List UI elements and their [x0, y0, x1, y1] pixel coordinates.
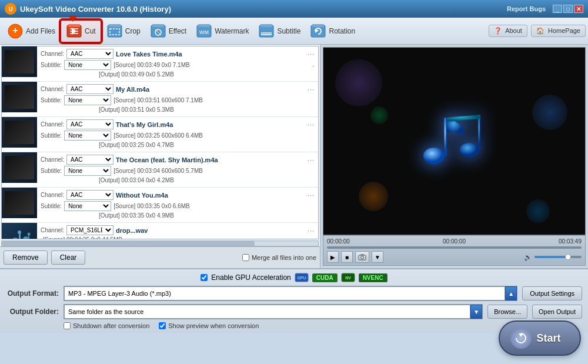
folder-value[interactable]: Same folder as the source: [64, 305, 470, 319]
gpu-checkbox[interactable]: [201, 274, 208, 281]
snapshot-button[interactable]: [355, 251, 369, 263]
subtitle-select[interactable]: None: [64, 166, 111, 176]
channel-select[interactable]: AAC: [66, 119, 113, 129]
folder-selector[interactable]: Same folder as the source ▼: [64, 304, 483, 319]
output-format-row: Output Format: MP3 - MPEG Layer-3 Audio …: [6, 286, 582, 301]
format-value[interactable]: MP3 - MPEG Layer-3 Audio (*.mp3): [64, 286, 505, 300]
add-files-button[interactable]: + Add Files: [2, 21, 60, 42]
list-item[interactable]: Channel: AAC That's My Girl.m4a ··· Subt…: [2, 117, 318, 152]
svg-rect-16: [198, 24, 210, 27]
music-visual: [407, 100, 502, 182]
about-button[interactable]: ❓ About: [489, 25, 527, 37]
gpu-icon: GPU: [295, 273, 309, 282]
minimize-button[interactable]: _: [553, 5, 562, 13]
file-name: The Ocean (feat. Shy Martin).m4a: [116, 156, 218, 163]
more-options-button[interactable]: ···: [308, 192, 315, 199]
file-list[interactable]: Channel: AAC Love Takes Time.m4a ··· Sub…: [1, 46, 319, 239]
svg-point-36: [361, 256, 364, 259]
output-settings-button[interactable]: Output Settings: [522, 286, 582, 300]
source-info: [Source] 00:04:25 0x0 44.5MB: [41, 236, 122, 239]
volume-knob[interactable]: [565, 254, 571, 260]
more-options-button[interactable]: ···: [308, 86, 315, 93]
volume-slider[interactable]: [534, 256, 582, 258]
watermark-icon: WM: [196, 23, 212, 39]
volume-fill: [534, 256, 567, 258]
watermark-label: Watermark: [215, 27, 249, 35]
subtitle-label: Subtitle: [277, 27, 300, 35]
app-title: UkeySoft Video Converter 10.6.0 (History…: [20, 5, 507, 14]
file-details: Channel: AAC That's My Girl.m4a ··· Subt…: [37, 117, 318, 152]
source-info: [Source] 00:03:51 600x600 7.1MB: [113, 97, 203, 103]
maximize-button[interactable]: □: [563, 5, 573, 13]
cut-button[interactable]: Cut: [60, 19, 102, 43]
more-options-button[interactable]: ···: [308, 156, 315, 163]
svg-rect-37: [360, 254, 364, 256]
svg-point-29: [18, 231, 21, 234]
play-button[interactable]: ▶: [327, 251, 339, 263]
crop-button[interactable]: Crop: [102, 21, 145, 42]
playback-controls: ▶ ■ ▼ 🔊: [327, 251, 582, 263]
more-options-button[interactable]: ···: [308, 51, 315, 58]
svg-text:NV: NV: [345, 276, 351, 280]
shutdown-checkbox[interactable]: [64, 322, 71, 329]
channel-select[interactable]: AAC: [66, 155, 113, 165]
clear-button[interactable]: Clear: [51, 251, 86, 265]
open-output-button[interactable]: Open Output: [532, 305, 582, 319]
channel-select[interactable]: AAC: [66, 190, 113, 200]
file-name: That's My Girl.m4a: [116, 121, 173, 128]
start-icon: [510, 328, 532, 349]
folder-dropdown-arrow[interactable]: ▼: [470, 305, 482, 319]
file-name: Love Takes Time.m4a: [116, 51, 182, 58]
crop-icon: [106, 23, 123, 39]
about-icon: ❓: [494, 27, 502, 34]
subtitle-icon: [258, 23, 275, 39]
subtitle-select[interactable]: None: [64, 60, 111, 70]
crop-label: Crop: [125, 27, 141, 35]
file-controls: Remove Clear Merge all files into one: [0, 246, 320, 268]
folder-label: Output Folder:: [6, 308, 59, 316]
svg-rect-34: [478, 115, 480, 150]
add-files-label: Add Files: [26, 27, 55, 35]
subtitle-select[interactable]: None: [64, 95, 111, 105]
subtitle-select[interactable]: None: [64, 131, 111, 141]
subtitle-select[interactable]: None: [64, 201, 111, 211]
svg-text:GPU: GPU: [297, 276, 306, 280]
rotation-button[interactable]: Rotation: [305, 21, 360, 42]
remove-button[interactable]: Remove: [4, 251, 48, 265]
svg-rect-19: [260, 24, 272, 27]
list-item[interactable]: Channel: PCM_S16LE drop...wav ··· [Sourc…: [2, 223, 318, 239]
start-button[interactable]: Start: [499, 320, 581, 356]
watermark-button[interactable]: WM Watermark: [191, 21, 253, 42]
svg-point-30: [28, 233, 31, 236]
homepage-button[interactable]: 🏠 HomePage: [531, 25, 586, 37]
list-item[interactable]: Channel: AAC Without You.m4a ··· Subtitl…: [2, 188, 318, 223]
close-button[interactable]: ✕: [574, 5, 583, 13]
effect-button[interactable]: Effect: [145, 21, 191, 42]
progress-bar[interactable]: [327, 246, 582, 249]
browse-button[interactable]: Browse...: [487, 305, 527, 319]
svg-text:WM: WM: [199, 29, 209, 35]
merge-checkbox[interactable]: [242, 254, 249, 261]
list-item[interactable]: Channel: AAC Love Takes Time.m4a ··· Sub…: [2, 46, 318, 82]
channel-select[interactable]: AAC: [66, 49, 113, 59]
more-options-button[interactable]: ···: [308, 227, 315, 234]
file-name: Without You.m4a: [116, 192, 168, 199]
cut-icon: [66, 23, 82, 39]
list-item[interactable]: Channel: AAC My All.m4a ··· Subtitle: No…: [2, 82, 318, 117]
report-bugs-link[interactable]: Report Bugs: [507, 5, 546, 12]
format-selector[interactable]: MP3 - MPEG Layer-3 Audio (*.mp3) ▲: [64, 286, 517, 301]
horizontal-scrollbar[interactable]: [1, 241, 319, 246]
list-item[interactable]: Channel: AAC The Ocean (feat. Shy Martin…: [2, 152, 318, 188]
svg-rect-9: [109, 24, 121, 27]
channel-select[interactable]: AAC: [66, 84, 113, 94]
output-info: [Output] 00:03:51 0x0 5.3MB: [99, 106, 174, 113]
snapshot-dropdown[interactable]: ▼: [372, 251, 383, 263]
output-info: [Output] 00:03:49 0x0 5.2MB: [99, 71, 174, 78]
show-preview-checkbox[interactable]: [159, 322, 166, 329]
format-dropdown-arrow[interactable]: ▲: [505, 286, 517, 300]
show-preview-option: Show preview when conversion: [159, 322, 259, 329]
more-options-button[interactable]: ···: [308, 121, 315, 128]
channel-select[interactable]: PCM_S16LE: [66, 225, 113, 235]
stop-button[interactable]: ■: [341, 251, 353, 263]
subtitle-button[interactable]: Subtitle: [253, 21, 305, 42]
